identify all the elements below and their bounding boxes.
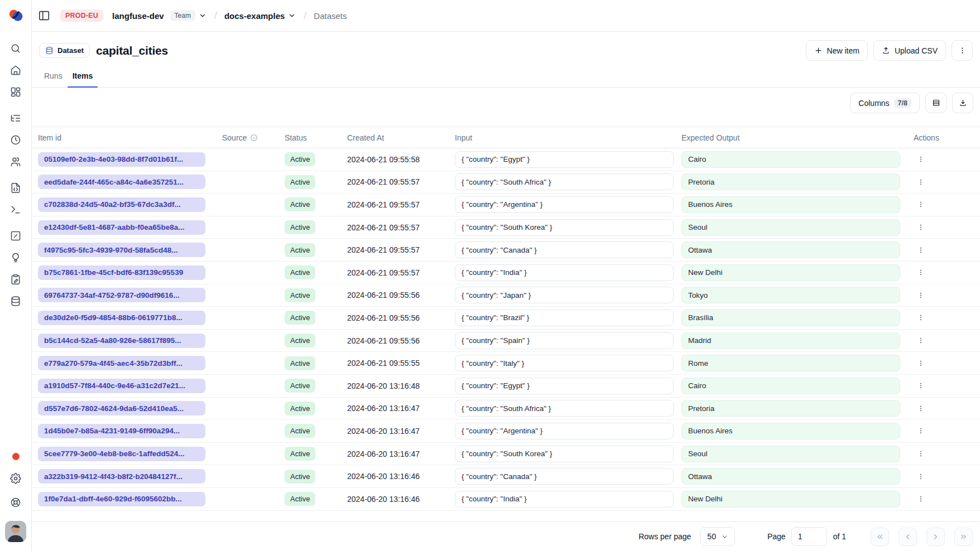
- expected-output-cell[interactable]: Madrid: [681, 332, 900, 349]
- item-id-link[interactable]: 1d45b0e7-b85a-4231-9149-6ff90a294...: [38, 424, 205, 438]
- expected-output-cell[interactable]: Pretoria: [681, 400, 900, 417]
- expected-output-cell[interactable]: Rome: [681, 355, 900, 371]
- input-cell[interactable]: { "country": "Italy" }: [455, 355, 674, 371]
- columns-button[interactable]: Columns 7/8: [850, 93, 920, 113]
- playground-icon[interactable]: [10, 204, 21, 215]
- input-cell[interactable]: { "country": "Canada" }: [455, 241, 674, 258]
- row-actions-menu-button[interactable]: [914, 492, 928, 506]
- home-icon[interactable]: [10, 65, 21, 76]
- sidebar-toggle-icon[interactable]: [38, 9, 50, 22]
- user-avatar[interactable]: [5, 521, 26, 542]
- export-button[interactable]: [952, 93, 973, 113]
- item-id-link[interactable]: d557e7d6-7802-4624-9da6-52d410ea5...: [38, 401, 205, 415]
- expected-output-cell[interactable]: Pretoria: [681, 173, 900, 190]
- next-page-button[interactable]: [926, 528, 945, 546]
- dashboard-icon[interactable]: [10, 86, 21, 98]
- item-id-link[interactable]: 1f0e7da1-dbff-4e60-929d-f6095602bb...: [38, 492, 205, 506]
- settings-gear-icon[interactable]: [10, 473, 21, 484]
- tab-items[interactable]: Items: [68, 66, 98, 87]
- breadcrumb-project[interactable]: docs-examples: [224, 11, 285, 21]
- item-id-link[interactable]: a1910d57-7f84-440c-9e46-a31c2d7e21...: [38, 379, 205, 393]
- expected-output-cell[interactable]: Cairo: [681, 378, 900, 394]
- input-cell[interactable]: { "country": "Argentina" }: [455, 196, 674, 213]
- org-chevron-down-icon[interactable]: [199, 12, 206, 20]
- input-cell[interactable]: { "country": "Canada" }: [455, 468, 674, 485]
- project-chevron-down-icon[interactable]: [288, 12, 296, 20]
- input-cell[interactable]: { "country": "South Africa" }: [455, 173, 674, 190]
- expected-output-cell[interactable]: Brasília: [681, 310, 900, 326]
- row-actions-menu-button[interactable]: [914, 469, 928, 484]
- input-cell[interactable]: { "country": "Egypt" }: [455, 378, 674, 394]
- row-actions-menu-button[interactable]: [914, 379, 928, 393]
- new-item-button[interactable]: New item: [806, 40, 868, 61]
- expected-output-cell[interactable]: Seoul: [681, 219, 900, 236]
- last-page-button[interactable]: [954, 528, 973, 546]
- evaluation-icon[interactable]: [10, 230, 21, 241]
- row-actions-menu-button[interactable]: [914, 175, 928, 189]
- column-header-created-at[interactable]: Created At: [347, 133, 455, 142]
- column-header-source[interactable]: Source: [222, 133, 285, 142]
- page-actions-menu-button[interactable]: [952, 40, 973, 61]
- column-header-item-id[interactable]: Item id: [38, 133, 222, 142]
- row-actions-menu-button[interactable]: [914, 197, 928, 212]
- recording-indicator-icon[interactable]: [12, 453, 20, 460]
- input-cell[interactable]: { "country": "South Korea" }: [455, 219, 674, 236]
- input-cell[interactable]: { "country": "Spain" }: [455, 332, 674, 349]
- item-id-link[interactable]: eed5dafe-244f-465c-a84c-4a6e357251...: [38, 175, 205, 189]
- expected-output-cell[interactable]: Tokyo: [681, 287, 900, 303]
- row-actions-menu-button[interactable]: [914, 243, 928, 257]
- expected-output-cell[interactable]: Buenos Aires: [681, 423, 900, 439]
- item-id-link[interactable]: c702838d-24d5-40a2-bf35-67dc3a3df...: [38, 197, 205, 212]
- item-id-link[interactable]: 05109ef0-2e3b-4e03-98dd-8f7d01b61f...: [38, 152, 205, 167]
- column-header-input[interactable]: Input: [455, 133, 681, 142]
- item-id-link[interactable]: 69764737-34af-4752-9787-d90df9616...: [38, 288, 205, 302]
- row-actions-menu-button[interactable]: [914, 401, 928, 415]
- breadcrumb-organization[interactable]: langfuse-dev: [112, 11, 164, 21]
- users-icon[interactable]: [10, 156, 21, 167]
- input-cell[interactable]: { "country": "India" }: [455, 264, 674, 281]
- expected-output-cell[interactable]: Seoul: [681, 446, 900, 462]
- item-id-link[interactable]: de30d2e0-f5d9-4854-88b6-0619771b8...: [38, 311, 205, 325]
- rows-per-page-select[interactable]: 50: [700, 527, 735, 546]
- support-icon[interactable]: [10, 497, 21, 508]
- lightbulb-icon[interactable]: [10, 252, 21, 263]
- previous-page-button[interactable]: [899, 528, 917, 546]
- input-cell[interactable]: { "country": "Brazil" }: [455, 310, 674, 326]
- item-id-link[interactable]: e12430df-5e81-4687-aabb-f0ea65be8a...: [38, 220, 205, 235]
- expected-output-cell[interactable]: Ottawa: [681, 241, 900, 258]
- input-cell[interactable]: { "country": "Japan" }: [455, 287, 674, 303]
- column-header-status[interactable]: Status: [285, 133, 347, 142]
- item-id-link[interactable]: b5c144cd-52a5-4a80-926e-58617f895...: [38, 334, 205, 348]
- datasets-icon[interactable]: [10, 296, 21, 307]
- item-id-link[interactable]: b75c7861-1fbe-45cf-bdf6-83f139c95539: [38, 265, 205, 280]
- item-id-link[interactable]: f4975c95-5fc3-4939-970d-58fa5cd48...: [38, 243, 205, 257]
- row-actions-menu-button[interactable]: [914, 152, 928, 167]
- upload-csv-button[interactable]: Upload CSV: [873, 40, 946, 61]
- column-header-expected-output[interactable]: Expected Output: [681, 133, 907, 142]
- tab-runs[interactable]: Runs: [39, 66, 68, 87]
- row-actions-menu-button[interactable]: [914, 220, 928, 235]
- row-actions-menu-button[interactable]: [914, 447, 928, 461]
- expected-output-cell[interactable]: Ottawa: [681, 468, 900, 485]
- input-cell[interactable]: { "country": "India" }: [455, 491, 674, 508]
- breadcrumb-section[interactable]: Datasets: [314, 11, 347, 21]
- environment-badge[interactable]: PROD-EU: [60, 9, 103, 22]
- row-actions-menu-button[interactable]: [914, 356, 928, 370]
- expected-output-cell[interactable]: New Delhi: [681, 264, 900, 281]
- row-actions-menu-button[interactable]: [914, 424, 928, 438]
- expected-output-cell[interactable]: Cairo: [681, 151, 900, 168]
- input-cell[interactable]: { "country": "Argentina" }: [455, 423, 674, 439]
- row-actions-menu-button[interactable]: [914, 288, 928, 302]
- sessions-icon[interactable]: [10, 134, 21, 146]
- expected-output-cell[interactable]: Buenos Aires: [681, 196, 900, 213]
- page-number-input[interactable]: [791, 527, 827, 546]
- row-height-button[interactable]: [925, 93, 947, 113]
- annotation-icon[interactable]: [10, 274, 21, 285]
- item-id-link[interactable]: a322b319-9412-4f43-b8f2-b20484127f...: [38, 469, 205, 484]
- search-icon[interactable]: [10, 43, 21, 54]
- input-cell[interactable]: { "country": "South Korea" }: [455, 446, 674, 462]
- expected-output-cell[interactable]: New Delhi: [681, 491, 900, 508]
- tracing-icon[interactable]: [10, 113, 21, 124]
- input-cell[interactable]: { "country": "South Africa" }: [455, 400, 674, 417]
- input-cell[interactable]: { "country": "Egypt" }: [455, 151, 674, 168]
